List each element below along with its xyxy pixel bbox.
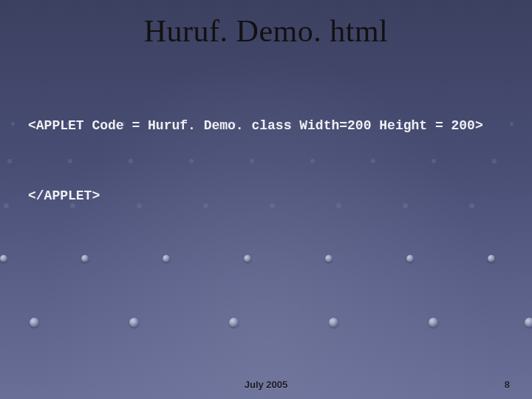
code-line: </APPLET> — [28, 185, 504, 208]
bg-dot — [81, 255, 89, 262]
bg-dot — [406, 255, 414, 262]
slide: Huruf. Demo. html <APPLET Code = Huruf. … — [0, 0, 532, 399]
bg-dot — [488, 255, 495, 262]
bg-dot — [329, 318, 338, 327]
code-line: <APPLET Code = Huruf. Demo. class Width=… — [28, 115, 504, 138]
bg-dot — [429, 318, 438, 327]
bg-dot — [129, 318, 139, 327]
footer-page-number: 8 — [505, 379, 510, 390]
slide-title: Huruf. Demo. html — [0, 13, 532, 49]
bg-dot — [244, 255, 251, 262]
bg-dot — [7, 159, 12, 163]
bg-dot — [525, 318, 532, 327]
bg-dot — [11, 122, 15, 126]
code-block: <APPLET Code = Huruf. Demo. class Width=… — [28, 68, 504, 254]
bg-dot — [0, 255, 7, 262]
bg-dot — [163, 255, 170, 262]
bg-dot — [229, 318, 239, 327]
bg-dot — [30, 318, 39, 327]
bg-dot — [4, 203, 9, 208]
bg-dot — [325, 255, 332, 262]
footer-date: July 2005 — [0, 379, 532, 390]
bg-dot — [510, 122, 514, 126]
